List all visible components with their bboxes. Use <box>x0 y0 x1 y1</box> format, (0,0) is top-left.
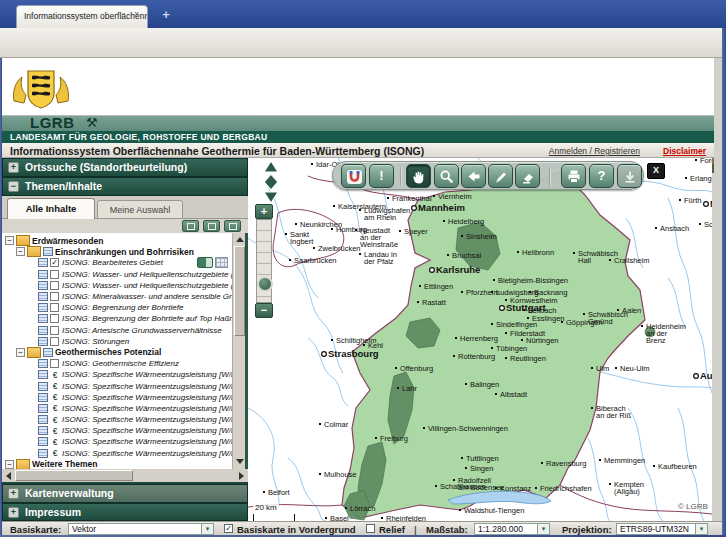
disclaimer-link[interactable]: Disclaimer <box>663 146 706 156</box>
layer-checkbox[interactable] <box>50 270 59 279</box>
tree-layer-row[interactable]: €ISONG: Spezifische Wärmeentzugsleistung… <box>2 392 232 403</box>
expand-all-button[interactable] <box>182 220 199 232</box>
print-tool-button[interactable] <box>561 164 586 188</box>
tree-layer-row[interactable]: ISONG: Begrenzung der Bohrtiefe <box>2 302 232 313</box>
scale-select[interactable]: 1:1.280.000 ▾ <box>474 523 550 535</box>
tree-label: ISONG: Spezifische Wärmeentzugsleistung … <box>62 404 232 413</box>
relief-checkbox[interactable] <box>366 524 375 533</box>
opacity-slider-icon[interactable] <box>197 257 213 268</box>
scroll-down-icon[interactable] <box>236 459 244 464</box>
tab-alle-inhalte[interactable]: Alle Inhalte <box>7 198 95 219</box>
zoom-tool-button[interactable] <box>434 164 459 188</box>
tree-layer-row[interactable]: €ISONG: Spezifische Wärmeentzugsleistung… <box>2 436 232 447</box>
tree-layer-row[interactable]: €ISONG: Spezifische Wärmeentzugsleistung… <box>2 448 232 459</box>
expand-icon[interactable]: + <box>8 162 19 173</box>
new-tab-button[interactable]: + <box>156 7 176 24</box>
city-label: Sindelfingen <box>496 320 537 329</box>
layer-checkbox[interactable]: ✓ <box>50 258 59 267</box>
city-label: Offenburg <box>400 364 433 373</box>
erase-tool-button[interactable] <box>515 164 540 188</box>
basemap-foreground-checkbox[interactable]: ✓ <box>224 524 233 533</box>
tree-layer-row[interactable]: €ISONG: Spezifische Wärmeentzugsleistung… <box>2 425 232 436</box>
browser-tab[interactable]: Informationssystem oberflächenn... <box>16 5 148 28</box>
scroll-right-icon[interactable] <box>239 472 244 480</box>
help-button[interactable]: ? <box>589 164 614 188</box>
tree-layer-row[interactable]: ISONG: Geothermische Effizienz <box>2 358 232 369</box>
map-canvas[interactable]: Idar-ObersteinKaiserslauternNeunkirchenH… <box>248 158 712 521</box>
tree-layer-row[interactable]: ISONG: Störungen <box>2 336 232 347</box>
scroll-left-icon[interactable] <box>6 472 11 480</box>
tree-layer-row[interactable]: €ISONG: Spezifische Wärmeentzugsleistung… <box>2 403 232 414</box>
tree-layer-row[interactable]: ✓ISONG: Bearbeitetes Gebiet <box>2 257 232 268</box>
layer-checkbox[interactable] <box>50 326 59 335</box>
city-dot <box>443 220 445 222</box>
city-label: Zweibrücken <box>318 244 361 253</box>
magnet-tool-button[interactable] <box>341 164 366 188</box>
legend-icon[interactable] <box>215 257 228 268</box>
tree-horizontal-scrollbar[interactable] <box>2 469 248 482</box>
tree-layer-row[interactable]: ISONG: Artesische Grundwasserverhältniss… <box>2 325 232 336</box>
refresh-layers-button[interactable] <box>224 220 241 232</box>
layer-checkbox[interactable] <box>50 303 59 312</box>
layer-checkbox[interactable] <box>50 292 59 301</box>
tree-expander-icon[interactable]: − <box>5 460 14 469</box>
scrollbar-thumb[interactable] <box>15 470 133 481</box>
chevron-down-icon[interactable]: ▾ <box>695 524 707 534</box>
tab-meine-auswahl[interactable]: Meine Auswahl <box>97 200 183 219</box>
pan-tool-button[interactable] <box>406 164 431 188</box>
tree-layer-row[interactable]: ISONG: Mineralwasser- und andere sensibl… <box>2 291 232 302</box>
tree-section-row[interactable]: −Weitere Themen <box>2 459 232 469</box>
city-dot <box>527 317 529 319</box>
download-tool-button[interactable] <box>617 164 642 188</box>
toolbar-close-button[interactable]: X <box>647 163 665 179</box>
tree-section-row[interactable]: −Erdwärmesonden <box>2 235 232 246</box>
city-dot <box>529 291 531 293</box>
chevron-down-icon[interactable]: ▾ <box>537 524 549 534</box>
scrollbar-thumb[interactable] <box>234 246 245 336</box>
map-viewport[interactable]: Idar-ObersteinKaiserslauternNeunkirchenH… <box>248 158 712 521</box>
tab-close-icon[interactable]: × <box>134 9 139 19</box>
zoom-slider-control[interactable]: + − <box>255 204 273 318</box>
zoom-in-button[interactable]: + <box>255 204 273 219</box>
panel-themen[interactable]: − Themen/Inhalte <box>2 177 248 196</box>
tree-layer-row[interactable]: ISONG: Begrenzung der Bohrtiefe auf Top … <box>2 313 232 324</box>
projection-select[interactable]: ETRS89-UTM32N ▾ <box>616 523 708 535</box>
expand-icon[interactable]: + <box>8 488 19 499</box>
city-label: Mannheim <box>418 202 465 213</box>
site-header: Baden-Württemberg Regierungspräsidium Fr… <box>2 58 714 116</box>
bw-coat-of-arms <box>10 63 72 115</box>
panel-ortssuche[interactable]: + Ortssuche (Standortbeurteilung) <box>2 158 248 177</box>
panel-kartenverwaltung[interactable]: + Kartenverwaltung <box>2 484 248 503</box>
tree-section-row[interactable]: −Einschränkungen und Bohrrisiken <box>2 246 232 257</box>
expand-icon[interactable]: + <box>8 507 19 518</box>
tree-expander-icon[interactable]: − <box>5 236 14 245</box>
zoom-slider-handle[interactable] <box>257 276 273 292</box>
city-label: SanktIngbert <box>290 230 314 246</box>
zoom-slider-track[interactable] <box>256 219 272 303</box>
tree-expander-icon[interactable]: − <box>16 348 25 357</box>
measure-tool-button[interactable] <box>488 164 513 188</box>
identify-tool-button[interactable]: ! <box>369 164 394 188</box>
collapse-all-button[interactable] <box>203 220 220 232</box>
tree-layer-row[interactable]: €ISONG: Spezifische Wärmeentzugsleistung… <box>2 380 232 391</box>
login-link[interactable]: Anmelden / Registrieren <box>549 146 640 156</box>
layer-checkbox[interactable] <box>50 281 59 290</box>
collapse-icon[interactable]: − <box>8 181 19 192</box>
back-extent-button[interactable] <box>461 164 486 188</box>
tree-section-row[interactable]: −Geothermisches Potenzial <box>2 347 232 358</box>
tree-vertical-scrollbar[interactable] <box>232 233 245 469</box>
layer-checkbox[interactable] <box>50 314 59 323</box>
tree-layer-row[interactable]: ISONG: Wasser- und Heilquellenschutzgebi… <box>2 280 232 291</box>
panel-impressum[interactable]: + Impressum <box>2 503 248 521</box>
tree-layer-row[interactable]: ISONG: Wasser- und Heilquellenschutzgebi… <box>2 269 232 280</box>
scroll-up-icon[interactable] <box>236 237 244 242</box>
pan-compass-control[interactable] <box>251 160 291 208</box>
chevron-down-icon[interactable]: ▾ <box>201 524 213 534</box>
layer-checkbox[interactable] <box>50 359 59 368</box>
tree-expander-icon[interactable]: − <box>16 247 25 256</box>
layer-checkbox[interactable] <box>50 337 59 346</box>
tree-layer-row[interactable]: €ISONG: Spezifische Wärmeentzugsleistung… <box>2 369 232 380</box>
tree-layer-row[interactable]: €ISONG: Spezifische Wärmeentzugsleistung… <box>2 414 232 425</box>
zoom-out-button[interactable]: − <box>255 303 273 318</box>
basemap-select[interactable]: Vektor ▾ <box>68 523 214 535</box>
